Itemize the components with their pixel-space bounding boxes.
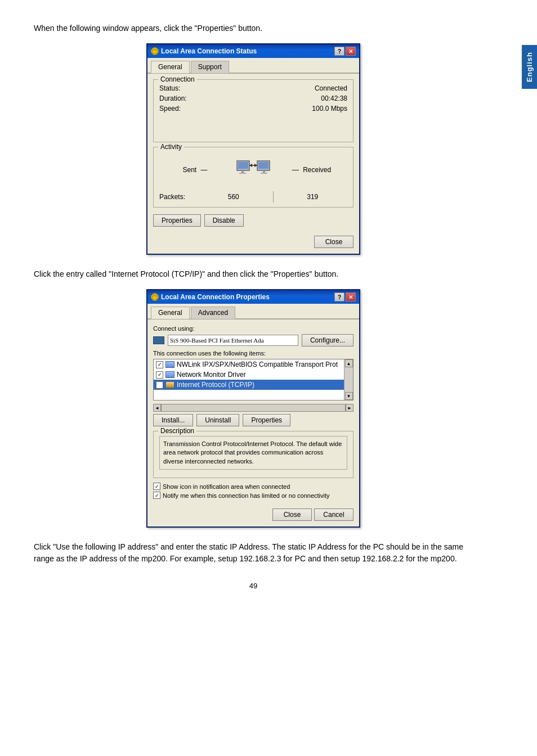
props-close-x-button[interactable]: ✕ (346, 292, 356, 302)
uninstall-button[interactable]: Uninstall (196, 414, 239, 426)
status-body: Connection Status: Connected Duration: 0… (147, 74, 359, 254)
activity-group: Activity Sent — (153, 147, 353, 208)
checkbox-tcpip[interactable] (156, 381, 163, 389)
svg-rect-4 (155, 48, 156, 50)
monitor-icon (165, 371, 174, 378)
adapter-name-input (168, 335, 298, 346)
action-buttons-row: Properties Disable (153, 212, 353, 229)
items-scroll-container: NWLink IPX/SPX/NetBIOS Compatible Transp… (153, 359, 353, 400)
show-icon-checkbox-row[interactable]: Show icon in notification area when conn… (153, 483, 353, 490)
status-row: Status: Connected (159, 84, 347, 92)
section3-text: Click "Use the following IP address" and… (34, 541, 473, 565)
adapter-row: Configure... (153, 334, 353, 346)
three-buttons-row: Install... Uninstall Properties (153, 414, 353, 426)
help-button[interactable]: ? (334, 47, 344, 56)
list-item-nwlink[interactable]: NWLink IPX/SPX/NetBIOS Compatible Transp… (154, 359, 344, 370)
notify-checkbox[interactable] (153, 492, 160, 499)
nwlink-label: NWLink IPX/SPX/NetBIOS Compatible Transp… (177, 361, 338, 368)
checkbox-monitor[interactable] (156, 371, 163, 379)
nwlink-icon (165, 361, 174, 368)
list-item-tcpip[interactable]: Internet Protocol (TCP/IP) (154, 380, 344, 390)
install-button[interactable]: Install... (153, 414, 193, 426)
status-dialog: Local Area Connection Status ? ✕ General… (146, 43, 360, 255)
titlebar-buttons: ? ✕ (334, 47, 356, 56)
props-help-button[interactable]: ? (334, 292, 344, 302)
activity-group-label: Activity (158, 143, 184, 151)
properties-dialog: Local Area Connection Properties ? ✕ Gen… (146, 289, 360, 528)
tcpip-icon (165, 381, 174, 388)
h-scroll-right[interactable]: ► (346, 404, 353, 412)
props-titlebar: Local Area Connection Properties ? ✕ (147, 290, 359, 304)
packets-row: Packets: 560 319 (159, 191, 347, 202)
svg-rect-8 (239, 173, 246, 174)
checkbox-nwlink[interactable] (156, 361, 163, 368)
speed-row: Speed: 100.0 Mbps (159, 105, 347, 112)
status-label: Status: (159, 84, 180, 92)
list-item-monitor[interactable]: Network Monitor Driver (154, 370, 344, 380)
items-properties-button[interactable]: Properties (243, 414, 290, 426)
activity-area: Sent — (159, 152, 347, 188)
svg-rect-10 (258, 162, 268, 169)
received-side: — Received (276, 166, 347, 174)
props-cancel-button[interactable]: Cancel (314, 508, 353, 521)
disable-button[interactable]: Disable (204, 214, 244, 227)
status-tabs: General Support (147, 58, 359, 74)
list-scrollbar[interactable]: ▲ ▼ (344, 359, 353, 400)
items-list: NWLink IPX/SPX/NetBIOS Compatible Transp… (154, 359, 344, 400)
svg-rect-7 (241, 170, 244, 173)
duration-value: 00:42:38 (321, 94, 347, 102)
page-number: 49 (34, 582, 473, 590)
svg-rect-6 (238, 162, 248, 169)
duration-label: Duration: (159, 94, 187, 102)
svg-rect-16 (153, 296, 157, 299)
tcpip-label: Internet Protocol (TCP/IP) (177, 381, 254, 389)
h-scroll-left[interactable]: ◄ (153, 404, 161, 412)
description-text: Transmission Control Protocol/Internet P… (159, 436, 347, 470)
received-label: Received (303, 166, 331, 174)
properties-button[interactable]: Properties (153, 214, 201, 227)
titlebar-icon (151, 47, 159, 55)
props-body: Connect using: Configure... This connect… (147, 320, 359, 526)
notify-label: Notify me when this connection has limit… (163, 492, 330, 499)
svg-rect-20 (155, 294, 156, 295)
props-titlebar-icon (151, 293, 159, 301)
props-tab-general[interactable]: General (151, 307, 190, 319)
tab-general[interactable]: General (151, 61, 190, 73)
props-titlebar-buttons: ? ✕ (334, 292, 356, 302)
svg-rect-12 (261, 173, 267, 174)
footer-row: Close (153, 233, 353, 248)
h-scroll-track (161, 404, 346, 412)
scroll-down-arrow[interactable]: ▼ (345, 392, 353, 400)
connect-using-label: Connect using: (153, 325, 353, 332)
horizontal-scroll: ◄ ► (153, 404, 353, 412)
tab-support[interactable]: Support (191, 61, 229, 73)
english-side-tab: English (522, 45, 537, 89)
svg-rect-19 (153, 294, 154, 295)
adapter-icon (153, 336, 164, 344)
status-value: Connected (315, 84, 347, 92)
close-button[interactable]: Close (314, 236, 353, 248)
network-icon-area (231, 158, 276, 182)
svg-rect-0 (153, 50, 157, 53)
show-icon-label: Show icon in notification area when conn… (163, 483, 290, 490)
scroll-up-arrow[interactable]: ▲ (345, 359, 353, 367)
close-x-button[interactable]: ✕ (346, 47, 356, 56)
notify-checkbox-row[interactable]: Notify me when this connection has limit… (153, 492, 353, 499)
network-computers-icon (236, 158, 270, 182)
scroll-thumb (344, 367, 353, 392)
titlebar-left: Local Area Connection Status (151, 47, 257, 55)
show-icon-checkbox[interactable] (153, 483, 160, 490)
props-close-button[interactable]: Close (272, 508, 312, 521)
monitor-label: Network Monitor Driver (177, 371, 246, 379)
svg-rect-3 (153, 48, 154, 50)
connection-group: Connection Status: Connected Duration: 0… (153, 79, 353, 142)
section1-instruction: When the following window appears, click… (34, 22, 473, 34)
packets-label: Packets: (159, 193, 199, 201)
props-tab-advanced[interactable]: Advanced (191, 307, 235, 319)
connection-group-label: Connection (158, 75, 197, 83)
sent-side: Sent — (159, 166, 231, 174)
speed-label: Speed: (159, 105, 181, 112)
sent-label: Sent (182, 166, 196, 174)
configure-button[interactable]: Configure... (302, 334, 353, 346)
description-group: Description Transmission Control Protoco… (153, 431, 353, 478)
